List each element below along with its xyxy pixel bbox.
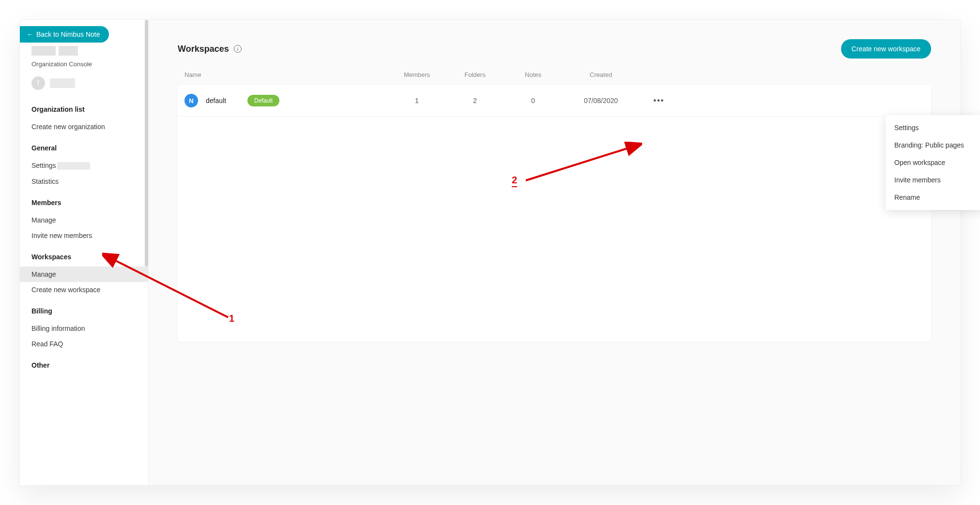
menu-item-rename[interactable]: Rename (886, 189, 980, 206)
create-workspace-button[interactable]: Create new workspace (841, 39, 931, 59)
nav-item-members-manage[interactable]: Manage (20, 212, 148, 228)
th-name: Name (184, 71, 388, 78)
page-title-wrap: Workspaces i (178, 44, 242, 54)
nav-heading: Workspaces (20, 253, 148, 267)
nav-item-workspaces-manage[interactable]: Manage (20, 267, 148, 282)
nav-section-other: Other (20, 355, 148, 378)
app-frame: ← Back to Nimbus Note Organization Conso… (19, 19, 961, 486)
info-icon[interactable]: i (234, 45, 242, 53)
workspace-icon: N (184, 94, 198, 107)
menu-item-branding[interactable]: Branding: Public pages (886, 136, 980, 154)
nav-section-billing: Billing Billing information Read FAQ (20, 300, 148, 355)
menu-item-settings[interactable]: Settings (886, 119, 980, 136)
table-header: Name Members Folders Notes Created (178, 71, 931, 85)
menu-item-open-workspace[interactable]: Open workspace (886, 154, 980, 171)
back-button-label: Back to Nimbus Note (36, 30, 100, 38)
nav-section-organization: Organization list Create new organizatio… (20, 99, 148, 137)
row-actions-button[interactable]: ••• (640, 96, 678, 105)
workspace-name: default (206, 97, 226, 104)
nav-item-invite-members[interactable]: Invite new members (20, 228, 148, 243)
main-content: Workspaces i Create new workspace Name M… (149, 20, 960, 485)
sidebar-scrollbar[interactable] (145, 20, 148, 267)
back-to-nimbus-button[interactable]: ← Back to Nimbus Note (20, 26, 109, 43)
page-title: Workspaces (178, 44, 229, 54)
default-badge: Default (247, 95, 279, 106)
th-folders: Folders (446, 71, 504, 78)
settings-badge-placeholder (57, 162, 90, 170)
cell-notes: 0 (504, 97, 562, 104)
nav-heading: Members (20, 199, 148, 212)
avatar: T (31, 76, 45, 90)
workspaces-table: Name Members Folders Notes Created N def… (178, 71, 931, 342)
row-context-menu: Settings Branding: Public pages Open wor… (886, 115, 980, 210)
nav-section-members: Members Manage Invite new members (20, 192, 148, 246)
user-block[interactable]: T (20, 76, 148, 99)
nav-section-workspaces: Workspaces Manage Create new workspace (20, 246, 148, 300)
cell-members: 1 (388, 97, 446, 104)
nav-heading: Billing (20, 307, 148, 321)
nav-heading: Other (20, 361, 148, 375)
menu-item-invite-members[interactable]: Invite members (886, 171, 980, 189)
nav-item-statistics[interactable]: Statistics (20, 174, 148, 189)
th-created: Created (562, 71, 640, 78)
th-notes: Notes (504, 71, 562, 78)
th-actions (640, 71, 678, 78)
nav-heading: Organization list (20, 105, 148, 119)
workspace-name-cell: N default Default (184, 94, 388, 107)
user-name-placeholder (50, 78, 75, 88)
cell-folders: 2 (446, 97, 504, 104)
th-members: Members (388, 71, 446, 78)
org-name-placeholder (31, 46, 137, 56)
nav-item-billing-info[interactable]: Billing information (20, 321, 148, 336)
org-console-label: Organization Console (31, 60, 137, 68)
nav-item-settings[interactable]: Settings (20, 158, 148, 174)
ellipsis-icon: ••• (654, 96, 665, 104)
main-header: Workspaces i Create new workspace (178, 39, 931, 59)
sidebar: Organization Console T Organization list… (20, 20, 149, 485)
arrow-left-icon: ← (27, 30, 33, 38)
table-row[interactable]: N default Default 1 2 0 07/08/2020 ••• (178, 85, 931, 117)
table-card: N default Default 1 2 0 07/08/2020 ••• S… (178, 85, 931, 342)
cell-created: 07/08/2020 (562, 97, 640, 104)
org-block: Organization Console (20, 46, 148, 76)
nav-section-general: General Settings Statistics (20, 137, 148, 192)
nav-heading: General (20, 144, 148, 158)
nav-item-read-faq[interactable]: Read FAQ (20, 336, 148, 352)
nav-item-create-workspace[interactable]: Create new workspace (20, 282, 148, 297)
nav-item-create-org[interactable]: Create new organization (20, 119, 148, 134)
